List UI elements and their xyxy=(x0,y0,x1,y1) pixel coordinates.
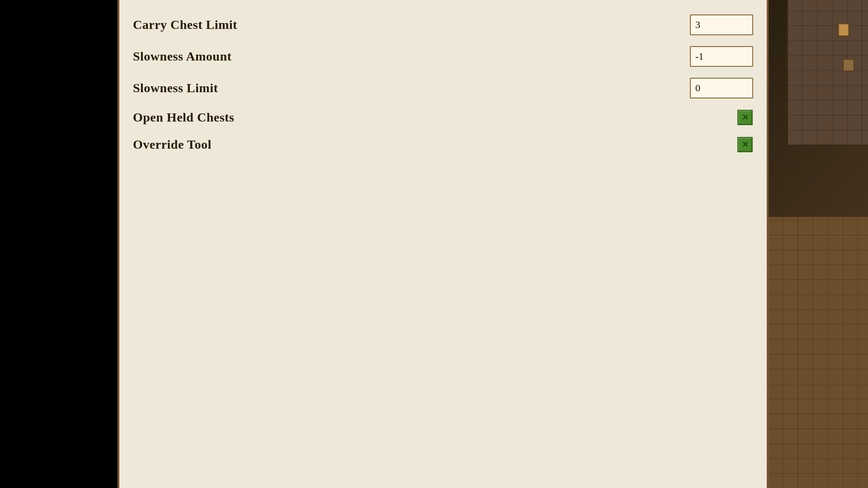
carry-chest-limit-label: Carry Chest Limit xyxy=(133,18,237,32)
override-tool-checkbox[interactable] xyxy=(737,137,753,152)
settings-panel: Carry Chest Limit Slowness Amount Slowne… xyxy=(118,0,769,488)
carry-chest-limit-row: Carry Chest Limit xyxy=(133,9,753,41)
override-tool-label: Override Tool xyxy=(133,137,212,152)
slowness-amount-label: Slowness Amount xyxy=(133,49,231,64)
slowness-limit-label: Slowness Limit xyxy=(133,81,218,95)
carry-chest-limit-input[interactable] xyxy=(690,14,753,35)
override-tool-checkbox-container xyxy=(737,136,753,153)
override-tool-row: Override Tool xyxy=(133,131,753,158)
slowness-amount-row: Slowness Amount xyxy=(133,41,753,72)
picture-frame-2 xyxy=(843,59,854,71)
open-held-chests-label: Open Held Chests xyxy=(133,110,234,125)
open-held-chests-checkbox-container xyxy=(737,109,753,126)
open-held-chests-row: Open Held Chests xyxy=(133,104,753,131)
wall-section xyxy=(787,0,868,145)
picture-frame-1 xyxy=(837,23,850,37)
settings-list: Carry Chest Limit Slowness Amount Slowne… xyxy=(133,9,753,158)
slowness-limit-row: Slowness Limit xyxy=(133,72,753,104)
slowness-limit-input[interactable] xyxy=(690,78,753,99)
open-held-chests-checkbox[interactable] xyxy=(737,110,753,125)
right-game-scene xyxy=(769,0,868,488)
left-black-area xyxy=(0,0,118,488)
slowness-amount-input[interactable] xyxy=(690,46,753,67)
floor-section xyxy=(769,217,868,488)
game-background xyxy=(769,0,868,488)
